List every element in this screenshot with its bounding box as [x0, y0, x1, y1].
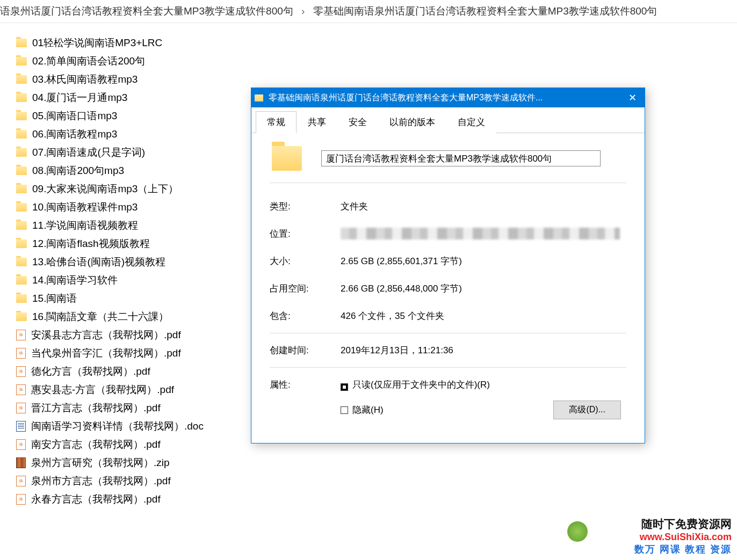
folder-icon — [16, 39, 27, 47]
attr-readonly-label: 只读(仅应用于文件夹中的文件)(R) — [352, 380, 490, 390]
doc-icon — [16, 421, 26, 432]
attr-hidden-row[interactable]: 隐藏(H) — [341, 404, 384, 416]
dialog-titlebar[interactable]: 零基础闽南语泉州话厦门话台湾话教程资料全套大量MP3教学速成软件... ✕ — [251, 88, 645, 107]
list-item[interactable]: 永春方言志（我帮找网）.pdf — [16, 490, 737, 508]
checkbox-hidden-icon[interactable] — [341, 406, 348, 414]
watermark-line-3: 数万 网课 教程 资源 — [634, 543, 732, 556]
file-name: 05.闽南语口语mp3 — [32, 109, 117, 123]
file-name: 09.大家来说闽南语mp3（上下） — [32, 182, 178, 196]
file-name: 14.闽南语学习软件 — [32, 273, 118, 287]
tab-share[interactable]: 共享 — [297, 111, 337, 133]
pdf-icon — [16, 330, 26, 340]
close-button[interactable]: ✕ — [620, 88, 645, 107]
tab-security[interactable]: 安全 — [337, 111, 378, 133]
folder-icon — [16, 312, 27, 321]
file-name: 南安方言志（我帮找网）.pdf — [31, 438, 161, 452]
folder-icon — [16, 112, 27, 120]
file-name: 13.哈佛台语(闽南语)视频教程 — [32, 255, 165, 269]
file-name: 03.林氏闽南语教程mp3 — [32, 72, 138, 86]
pdf-icon — [16, 384, 26, 395]
file-name: 泉州方言研究（我帮找网）.zip — [31, 456, 170, 470]
tab-previous-versions[interactable]: 以前的版本 — [378, 111, 446, 133]
tab-strip: 常规 共享 安全 以前的版本 自定义 — [251, 107, 645, 133]
folder-icon — [16, 221, 27, 230]
folder-icon — [16, 93, 27, 102]
folder-icon — [16, 57, 27, 66]
file-name: 07.闽南语速成(只是字词) — [32, 146, 145, 159]
folder-icon — [16, 239, 27, 248]
folder-icon — [16, 185, 27, 193]
tab-custom[interactable]: 自定义 — [446, 111, 496, 133]
file-name: 15.闽南语 — [32, 292, 77, 306]
file-name: 02.简单闽南语会话200句 — [32, 54, 145, 68]
file-name: 08.闽南语200句mp3 — [32, 164, 124, 178]
attr-hidden-label: 隐藏(H) — [352, 405, 384, 415]
advanced-button[interactable]: 高级(D)... — [553, 401, 621, 419]
breadcrumb[interactable]: 语泉州话厦门话台湾话教程资料全套大量MP3教学速成软件800句 › 零基础闽南语… — [0, 0, 737, 23]
list-item[interactable]: 泉州方言研究（我帮找网）.zip — [16, 454, 737, 472]
list-item[interactable]: 01轻松学说闽南语MP3+LRC — [16, 34, 737, 52]
pdf-icon — [16, 348, 26, 359]
file-name: 永春方言志（我帮找网）.pdf — [31, 492, 161, 506]
file-name: 16.閩南語文章（共二十六課） — [32, 310, 169, 324]
folder-name-input[interactable] — [321, 150, 601, 166]
folder-icon — [272, 146, 302, 171]
pdf-icon — [16, 476, 26, 486]
list-item[interactable]: 泉州市方言志（我帮找网）.pdf — [16, 472, 737, 490]
file-name: 10.闽南语教程课件mp3 — [32, 200, 138, 214]
file-name: 惠安县志-方言（我帮找网）.pdf — [31, 383, 174, 397]
file-name: 01轻松学说闽南语MP3+LRC — [32, 36, 162, 50]
watermark-line-1: 随时下免费资源网 — [634, 517, 732, 532]
attr-readonly-row[interactable]: 只读(仅应用于文件夹中的文件)(R) — [341, 379, 626, 391]
dialog-title: 零基础闽南语泉州话厦门话台湾话教程资料全套大量MP3教学速成软件... — [269, 92, 620, 104]
folder-icon — [16, 203, 27, 212]
file-name: 11.学说闽南语视频教程 — [32, 219, 138, 232]
value-size-on-disk: 2.66 GB (2,856,448,000 字节) — [341, 282, 626, 295]
pdf-icon — [16, 494, 26, 505]
pdf-icon — [16, 439, 26, 450]
breadcrumb-seg-1[interactable]: 语泉州话厦门话台湾话教程资料全套大量MP3教学速成软件800句 — [0, 5, 293, 17]
breadcrumb-separator: › — [301, 5, 305, 17]
file-name: 泉州市方言志（我帮找网）.pdf — [31, 474, 171, 488]
value-type: 文件夹 — [341, 200, 626, 213]
folder-icon — [16, 130, 27, 139]
label-attributes: 属性: — [270, 379, 341, 391]
watermark: 随时下免费资源网 www.SuiShiXia.com 数万 网课 教程 资源 — [634, 517, 732, 556]
value-size: 2.65 GB (2,855,601,371 字节) — [341, 255, 626, 267]
folder-icon — [16, 75, 27, 84]
list-item[interactable]: 02.简单闽南语会话200句 — [16, 52, 737, 70]
folder-icon — [16, 276, 27, 285]
list-item[interactable]: 03.林氏闽南语教程mp3 — [16, 70, 737, 89]
value-created: 2019年12月13日，11:21:36 — [341, 344, 626, 357]
file-name: 安溪县志方言志（我帮找网）.pdf — [31, 328, 181, 342]
label-size-on-disk: 占用空间: — [270, 282, 341, 295]
file-name: 当代泉州音字汇（我帮找网）.pdf — [31, 346, 181, 360]
folder-icon — [16, 258, 27, 266]
value-location-redacted — [341, 228, 620, 239]
zip-icon — [16, 457, 26, 468]
file-name: 德化方言（我帮找网）.pdf — [31, 365, 150, 379]
pdf-icon — [16, 403, 26, 413]
folder-icon — [255, 94, 263, 101]
folder-icon — [16, 294, 27, 303]
file-name: 闽南语学习资料详情（我帮找网）.doc — [31, 419, 204, 433]
label-contains: 包含: — [270, 310, 341, 322]
pdf-icon — [16, 366, 26, 377]
folder-icon — [16, 166, 27, 175]
download-icon — [567, 521, 588, 542]
file-name: 12.闽南语flash视频版教程 — [32, 237, 150, 251]
checkbox-readonly-icon[interactable] — [341, 383, 348, 391]
folder-icon — [16, 148, 27, 157]
file-name: 04.厦门话一月通mp3 — [32, 91, 127, 105]
file-name: 晋江方言志（我帮找网）.pdf — [31, 401, 161, 415]
label-location: 位置: — [270, 228, 341, 240]
value-contains: 426 个文件，35 个文件夹 — [341, 310, 626, 322]
file-name: 06.闽南话教程mp3 — [32, 127, 117, 141]
label-created: 创建时间: — [270, 344, 341, 357]
breadcrumb-seg-2[interactable]: 零基础闽南语泉州话厦门话台湾话教程资料全套大量MP3教学速成软件800句 — [313, 5, 657, 17]
label-size: 大小: — [270, 255, 341, 267]
tab-general[interactable]: 常规 — [256, 111, 297, 133]
watermark-line-2: www.SuiShiXia.com — [634, 532, 732, 543]
label-type: 类型: — [270, 200, 341, 213]
properties-dialog: 零基础闽南语泉州话厦门话台湾话教程资料全套大量MP3教学速成软件... ✕ 常规… — [251, 88, 645, 443]
